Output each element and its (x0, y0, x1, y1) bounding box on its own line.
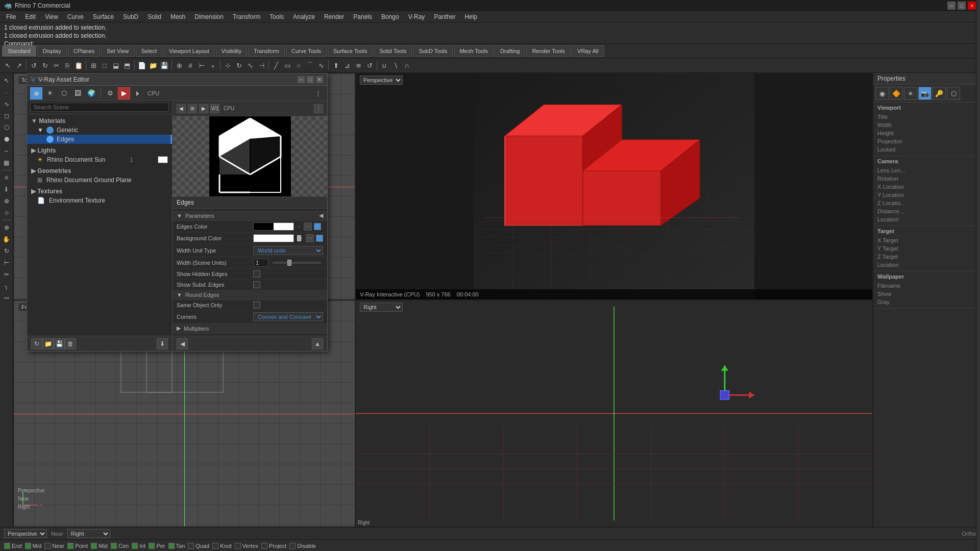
curve-tool-btn[interactable]: ∿ (1, 98, 12, 110)
vray-settings-btn[interactable]: ⚙ (104, 87, 116, 99)
menu-tools[interactable]: Tools (265, 12, 288, 21)
copy-btn[interactable]: ⎘ (62, 60, 73, 71)
select-tool-btn[interactable]: ↖ (2, 60, 13, 71)
env-texture-item[interactable]: 📄 Environment Texture (27, 196, 172, 205)
osnap-side-btn[interactable]: ⊕ (1, 195, 12, 207)
vray-materials-btn[interactable]: ◉ (30, 87, 42, 99)
vray-maximize-btn[interactable]: □ (307, 76, 314, 83)
props-btn[interactable]: ℹ (1, 184, 12, 195)
mirror-btn[interactable]: ⊣ (256, 60, 267, 71)
tab-subd-tools[interactable]: SubD Tools (413, 45, 453, 57)
viewport-perspective[interactable]: PerspectiveTopFrontRight V-Ray Interacti… (355, 73, 873, 300)
tab-select[interactable]: Select (136, 45, 163, 57)
osnap-tan[interactable]: Tan (168, 543, 185, 549)
grid-btn[interactable]: # (185, 60, 196, 71)
move-btn[interactable]: ⊹ (222, 60, 233, 71)
vray-panel-controls[interactable]: ─ □ ✕ (298, 76, 323, 83)
width-unit-control[interactable]: World unitsPixels (253, 246, 323, 255)
bg-dots[interactable]: ⋯ (306, 234, 314, 242)
vray-geometries-btn[interactable]: ⬡ (58, 87, 70, 99)
edges-color-control[interactable]: · ⋯ (253, 222, 323, 231)
osnap-project[interactable]: Project (261, 543, 286, 549)
right-tab-2[interactable]: 🔶 (890, 87, 903, 100)
viewport-right[interactable]: RightTopFrontPerspective Right (355, 300, 873, 527)
pts-btn[interactable]: ∘ (207, 60, 218, 71)
boolean-union-btn[interactable]: ∪ (379, 60, 390, 71)
right-tab-4[interactable]: 📷 (918, 87, 932, 100)
vray-render-btn[interactable]: ▶ (118, 87, 130, 99)
solid-tool-btn[interactable]: ⬡ (1, 122, 12, 133)
tab-visibility[interactable]: Visibility (216, 45, 248, 57)
preview-prev-btn[interactable]: ◀ (177, 104, 186, 113)
far-right-collapse-bar[interactable] (976, 73, 980, 527)
tab-curve-tools[interactable]: Curve Tools (286, 45, 327, 57)
vray-search-input[interactable] (30, 103, 169, 112)
viewport-right-select[interactable]: RightTopFrontPerspective (67, 529, 110, 538)
preview-cpu-btn[interactable]: V/1 (210, 104, 219, 113)
osnap-cen[interactable]: Cen (111, 543, 129, 549)
menu-analyze[interactable]: Analyze (289, 12, 319, 21)
width-unit-select[interactable]: World unitsPixels (253, 246, 323, 255)
vray-panel-header[interactable]: V V-Ray Asset Editor ─ □ ✕ (27, 73, 327, 86)
boolean-int-btn[interactable]: ∩ (401, 60, 412, 71)
new-btn[interactable]: 📄 (136, 60, 148, 71)
tab-transform[interactable]: Transform (248, 45, 285, 57)
rotate3d-btn[interactable]: ↻ (1, 245, 12, 257)
menu-dimension[interactable]: Dimension (190, 12, 228, 21)
vray-close-btn[interactable]: ✕ (316, 76, 323, 83)
preview-icon-btn[interactable]: ⊞ (188, 104, 197, 113)
menu-render[interactable]: Render (320, 12, 348, 21)
perspective-viewport-select[interactable]: PerspectiveTopFrontRight (360, 76, 403, 85)
extrude-btn[interactable]: ⬆ (330, 60, 341, 71)
select-filter-btn[interactable]: ↗ (13, 60, 24, 71)
sun-item[interactable]: ☀ Rhino Document Sun 1 (27, 155, 172, 164)
boolean-diff-btn[interactable]: ∖ (390, 60, 401, 71)
right-viewport-select[interactable]: RightTopFrontPerspective (360, 303, 403, 312)
menu-panels[interactable]: Panels (349, 12, 376, 21)
menu-vray[interactable]: V-Ray (404, 12, 429, 21)
edges-item[interactable]: Edges (27, 135, 172, 144)
tab-viewport-layout[interactable]: Viewport Layout (163, 45, 215, 57)
viewport-2v-btn[interactable]: ⬒ (121, 60, 133, 71)
tab-standard[interactable]: Standard (2, 45, 36, 57)
fillet-btn[interactable]: ╮ (1, 281, 12, 292)
preview-forward-btn[interactable]: ▲ (312, 338, 323, 349)
ortho-btn[interactable]: ⊢ (196, 60, 207, 71)
width-scene-control[interactable] (253, 259, 323, 267)
close-button[interactable]: ✕ (968, 2, 976, 10)
viewport-perspective-select[interactable]: PerspectiveTopFrontRight (4, 529, 47, 538)
arc-btn[interactable]: ⌒ (304, 60, 315, 71)
width-slider[interactable] (273, 262, 321, 264)
tab-setview[interactable]: Set View (101, 45, 134, 57)
minimize-button[interactable]: ─ (947, 2, 955, 10)
loft-btn[interactable]: ⊿ (341, 60, 353, 71)
preview-nav-prev[interactable]: ◀ ⊞ ▶ V/1 CPU (177, 104, 236, 113)
menu-file[interactable]: File (2, 12, 20, 21)
same-object-check[interactable] (253, 302, 260, 309)
menu-bongo[interactable]: Bongo (377, 12, 403, 21)
vray-textures-btn[interactable]: 🖼 (71, 87, 84, 99)
vray-open-btn[interactable]: 📁 (42, 338, 54, 349)
osnap-vertex[interactable]: Vertex (235, 543, 258, 549)
corners-select[interactable]: Convex and ConcaveConvex OnlyConcave Onl… (253, 312, 323, 321)
zoom-btn[interactable]: ⊕ (1, 222, 12, 233)
viewport-1-btn[interactable]: □ (99, 60, 110, 71)
preview-back-btn[interactable]: ◀ (177, 338, 188, 349)
preview-play-btn[interactable]: ▶ (199, 104, 208, 113)
menu-mesh[interactable]: Mesh (166, 12, 189, 21)
bg-check[interactable] (316, 235, 323, 242)
mesh-tool-btn[interactable]: ⬢ (1, 134, 12, 145)
rect-btn[interactable]: ▭ (282, 60, 293, 71)
tab-surface-tools[interactable]: Surface Tools (328, 45, 373, 57)
vray-env-btn[interactable]: 🌍 (85, 87, 97, 99)
osnap-end[interactable]: End (4, 543, 22, 549)
corners-control[interactable]: Convex and ConcaveConvex OnlyConcave Onl… (253, 312, 323, 321)
dim-btn[interactable]: ↔ (1, 145, 12, 157)
vray-refresh-btn[interactable]: ↻ (31, 338, 42, 349)
menu-transform[interactable]: Transform (229, 12, 264, 21)
osnap-mid2[interactable]: Mid (91, 543, 108, 549)
right-tab-3[interactable]: ☀ (904, 87, 917, 100)
hatch-btn[interactable]: ▦ (1, 157, 12, 168)
menu-subd[interactable]: SubD (119, 12, 142, 21)
edges-color-swatch[interactable] (253, 222, 294, 231)
